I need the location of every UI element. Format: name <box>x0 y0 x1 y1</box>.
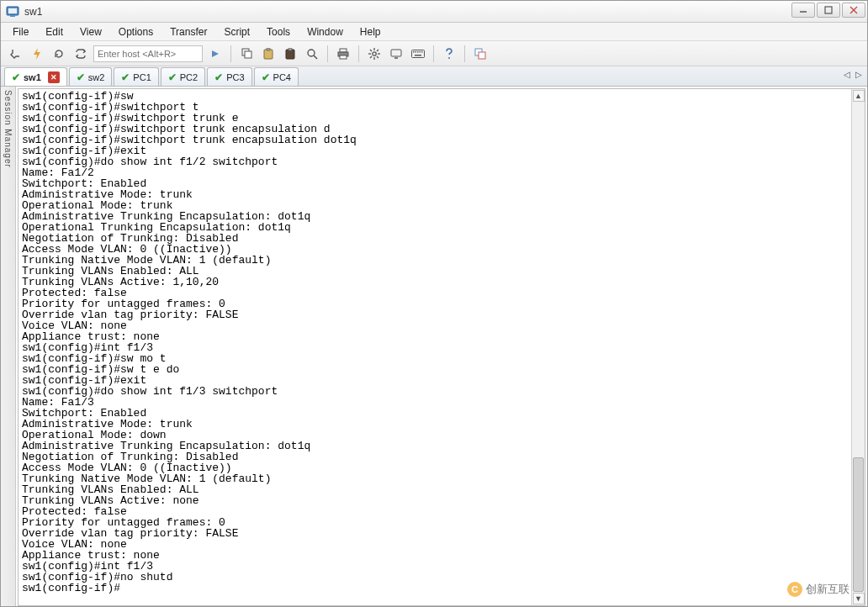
svg-rect-4 <box>825 7 832 13</box>
tab-label: PC1 <box>133 72 151 82</box>
menu-view[interactable]: View <box>71 24 110 40</box>
tab-pc3[interactable]: ✔ PC3 <box>207 67 251 86</box>
tab-pc2[interactable]: ✔ PC2 <box>161 67 205 86</box>
maximize-button[interactable] <box>817 3 840 18</box>
svg-rect-30 <box>413 51 415 53</box>
svg-line-26 <box>370 56 372 58</box>
host-input[interactable] <box>93 45 203 62</box>
toolbar <box>1 41 867 66</box>
toolbar-separator <box>433 45 434 62</box>
print-icon[interactable] <box>334 45 352 63</box>
svg-rect-31 <box>415 51 417 53</box>
session-manager-panel[interactable]: Session Manager <box>1 87 16 607</box>
display-icon[interactable] <box>387 45 405 63</box>
tab-label: PC2 <box>180 72 198 82</box>
tab-pc1[interactable]: ✔ PC1 <box>114 67 158 86</box>
toolbar-separator <box>464 45 465 62</box>
tab-label: PC3 <box>226 72 244 82</box>
svg-rect-15 <box>340 49 347 52</box>
title-bar: sw1 <box>1 1 867 23</box>
svg-line-25 <box>377 50 378 51</box>
tab-pc4[interactable]: ✔ PC4 <box>254 67 299 86</box>
svg-rect-11 <box>286 50 294 59</box>
scroll-up-icon[interactable]: ▲ <box>853 90 865 102</box>
go-icon[interactable] <box>206 45 225 63</box>
svg-rect-10 <box>267 48 270 50</box>
tab-label: sw1 <box>24 72 41 82</box>
paste-icon[interactable] <box>259 45 278 63</box>
watermark: C 创新互联 <box>787 582 849 597</box>
svg-rect-38 <box>479 52 485 59</box>
svg-point-36 <box>448 57 450 59</box>
session-tabs: ✔ sw1 ✕ ✔ sw2 ✔ PC1 ✔ PC2 ✔ PC3 ✔ PC4 ◁ … <box>1 66 867 87</box>
reconnect-icon[interactable] <box>50 45 68 63</box>
svg-rect-2 <box>10 15 15 17</box>
svg-point-13 <box>308 50 315 56</box>
svg-rect-35 <box>415 55 421 56</box>
menu-bar: File Edit View Options Transfer Script T… <box>1 23 867 41</box>
svg-line-23 <box>370 50 372 51</box>
svg-rect-17 <box>340 55 347 59</box>
main-area: Session Manager sw1(config-if)#sw sw1(co… <box>1 87 867 607</box>
session-manager-label: Session Manager <box>3 90 13 168</box>
tab-label: PC4 <box>273 72 291 82</box>
svg-line-14 <box>314 55 317 59</box>
svg-rect-34 <box>421 51 423 53</box>
tab-scroll-right-icon[interactable]: ▷ <box>855 70 862 79</box>
watermark-text: 创新互联 <box>806 582 849 597</box>
tab-label: sw2 <box>88 72 105 82</box>
terminal-output[interactable]: sw1(config-if)#sw sw1(config-if)#switchp… <box>19 89 865 605</box>
svg-rect-12 <box>288 48 292 50</box>
check-icon: ✔ <box>262 71 270 83</box>
svg-rect-27 <box>391 50 401 56</box>
check-icon: ✔ <box>77 71 85 83</box>
window-controls <box>791 3 865 18</box>
keyboard-icon[interactable] <box>409 45 427 63</box>
menu-window[interactable]: Window <box>299 24 352 40</box>
help-icon[interactable] <box>440 45 458 63</box>
tab-sw1[interactable]: ✔ sw1 ✕ <box>4 67 67 86</box>
find-icon[interactable] <box>303 45 321 63</box>
minimize-button[interactable] <box>791 3 815 18</box>
app-icon <box>6 5 19 18</box>
menu-tools[interactable]: Tools <box>258 24 299 40</box>
toolbar-separator <box>230 45 231 62</box>
svg-rect-29 <box>412 50 425 57</box>
menu-script[interactable]: Script <box>215 24 258 40</box>
quick-connect-icon[interactable] <box>28 45 46 63</box>
menu-options[interactable]: Options <box>110 24 161 40</box>
loop-icon[interactable] <box>71 45 90 63</box>
close-tab-icon[interactable]: ✕ <box>48 71 60 83</box>
svg-rect-1 <box>8 8 17 13</box>
check-icon: ✔ <box>12 71 20 83</box>
copy-icon[interactable] <box>237 45 256 63</box>
svg-rect-33 <box>420 51 421 53</box>
tab-nav: ◁ ▷ <box>844 70 862 79</box>
scroll-thumb[interactable] <box>853 457 864 592</box>
terminal-pane: sw1(config-if)#sw sw1(config-if)#switchp… <box>18 88 865 606</box>
menu-help[interactable]: Help <box>352 24 389 40</box>
close-button[interactable] <box>842 3 865 18</box>
window-layout-icon[interactable] <box>471 45 490 63</box>
svg-line-24 <box>377 56 378 58</box>
menu-edit[interactable]: Edit <box>37 24 71 40</box>
toolbar-separator <box>358 45 359 62</box>
tab-sw2[interactable]: ✔ sw2 <box>69 67 113 86</box>
tab-scroll-left-icon[interactable]: ◁ <box>844 70 850 79</box>
scroll-down-icon[interactable]: ▼ <box>853 593 865 604</box>
svg-rect-32 <box>417 51 419 53</box>
settings-icon[interactable] <box>365 45 384 63</box>
svg-rect-8 <box>245 51 251 58</box>
socket-icon[interactable] <box>6 45 24 63</box>
svg-point-18 <box>373 51 376 55</box>
menu-file[interactable]: File <box>4 24 37 40</box>
window-title: sw1 <box>24 6 42 18</box>
menu-transfer[interactable]: Transfer <box>161 24 215 40</box>
vertical-scrollbar[interactable]: ▲ ▼ <box>851 89 865 605</box>
check-icon: ✔ <box>214 71 223 83</box>
scroll-track[interactable] <box>852 103 865 592</box>
check-icon: ✔ <box>168 71 177 83</box>
svg-rect-9 <box>264 50 273 59</box>
check-icon: ✔ <box>121 71 130 83</box>
clipboard-icon[interactable] <box>281 45 299 63</box>
